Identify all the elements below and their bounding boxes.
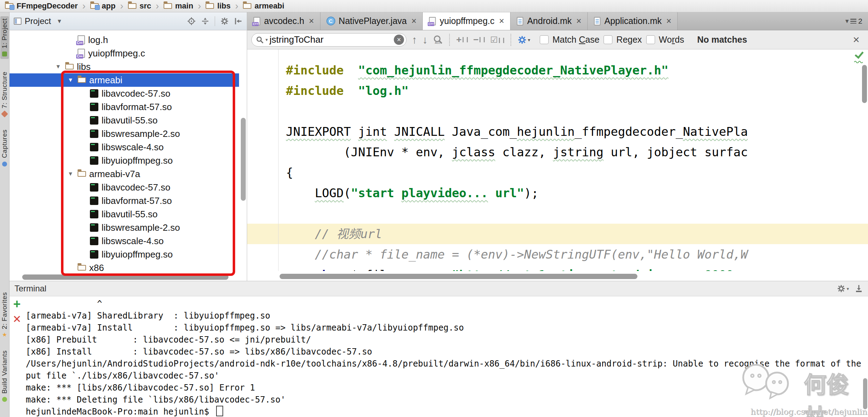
- editor-tab[interactable]: C++avcodec.h×: [247, 12, 320, 30]
- tree-item[interactable]: ▼libs: [10, 60, 239, 73]
- search-settings-button[interactable]: ▾: [518, 35, 530, 44]
- tab-label: avcodec.h: [264, 16, 304, 26]
- tree-item[interactable]: libswscale-4.so: [10, 234, 239, 248]
- close-search-button[interactable]: ×: [853, 33, 864, 46]
- terminal-header[interactable]: Terminal ▾: [10, 281, 868, 296]
- search-history-dropdown-icon[interactable]: ▾: [265, 37, 268, 42]
- terminal-prompt-line[interactable]: hejunlindeMacBook-Pro:main hejunlin$: [26, 406, 862, 417]
- folder-icon: [78, 77, 86, 83]
- terminal-line: make: *** Deleting file `libs/x86/libavc…: [26, 394, 862, 406]
- tree-item[interactable]: libavformat-57.so: [10, 194, 239, 207]
- editor-tab[interactable]: Android.mk×: [511, 12, 588, 30]
- new-session-icon[interactable]: +: [13, 299, 20, 309]
- search-query[interactable]: jstringToChar: [270, 34, 392, 45]
- tree-item[interactable]: C++yuiopffmpeg.c: [10, 47, 239, 60]
- tab-label: yuiopffmpeg.c: [440, 16, 494, 26]
- tool-window-button----structure[interactable]: 7: Structure: [1, 72, 8, 117]
- folder-icon: [78, 265, 86, 271]
- project-tree: C++log.hC++yuiopffmpeg.c▼libs▼armeabilib…: [10, 30, 247, 273]
- gear-icon[interactable]: [220, 17, 229, 25]
- tree-item[interactable]: ▼armeabi-v7a: [10, 167, 239, 181]
- folder-icon: [164, 3, 172, 9]
- vertical-scrollbar[interactable]: [241, 118, 246, 201]
- android-studio-window: FFmpegDecoder›app›src›main›libs›armeabi …: [0, 0, 868, 417]
- expand-arrow-icon[interactable]: ▼: [68, 171, 78, 177]
- find-next-button[interactable]: ↓: [422, 34, 428, 46]
- tab-list-icon: [850, 19, 856, 24]
- select-all-occurrences-button[interactable]: ☑: [490, 35, 504, 45]
- hide-panel-icon[interactable]: [234, 17, 243, 25]
- search-option-regex[interactable]: Regex: [604, 35, 642, 45]
- breadcrumb-item[interactable]: armeabi: [242, 1, 285, 11]
- clear-search-button[interactable]: ×: [394, 35, 404, 45]
- tree-item[interactable]: libavutil-55.so: [10, 207, 239, 221]
- checkbox[interactable]: [646, 35, 655, 44]
- find-previous-button[interactable]: ↑: [412, 34, 417, 46]
- tool-window-button----favorites[interactable]: 2: Favorites★: [1, 292, 8, 338]
- folder-icon: [78, 171, 86, 177]
- tree-item[interactable]: libavutil-55.so: [10, 114, 239, 127]
- editor-tab[interactable]: CNativePlayer.java×: [320, 12, 423, 30]
- tree-item[interactable]: ▼armeabi: [10, 73, 239, 87]
- close-icon[interactable]: ×: [576, 16, 582, 26]
- search-option-match-case[interactable]: Match Case: [540, 35, 599, 45]
- tree-item[interactable]: libavformat-57.so: [10, 100, 239, 114]
- tree-item[interactable]: libswresample-2.so: [10, 127, 239, 140]
- close-icon[interactable]: ×: [666, 16, 672, 26]
- terminal-body[interactable]: + ✕ ^[armeabi-v7a] SharedLibrary : libyu…: [10, 296, 868, 417]
- find-all-button[interactable]: ALL: [433, 35, 443, 45]
- terminal-output[interactable]: ^[armeabi-v7a] SharedLibrary : libyuiopf…: [26, 296, 862, 417]
- tree-item[interactable]: libswscale-4.so: [10, 140, 239, 154]
- expand-arrow-icon[interactable]: ▼: [55, 64, 65, 70]
- close-session-icon[interactable]: ✕: [12, 315, 21, 324]
- inspection-status-icon[interactable]: [854, 50, 864, 63]
- editor-tab[interactable]: Application.mk×: [588, 12, 678, 30]
- tree-item[interactable]: libavcodec-57.so: [10, 87, 239, 100]
- editor-tab[interactable]: C++yuiopffmpeg.c×: [423, 12, 511, 30]
- checkbox[interactable]: [604, 35, 612, 44]
- so-library-icon: [90, 237, 98, 245]
- tool-window-button-captures[interactable]: Captures: [1, 129, 8, 167]
- terminal-settings-button[interactable]: ▾: [837, 284, 849, 293]
- search-option-words[interactable]: Words: [646, 35, 684, 45]
- chevron-down-icon[interactable]: ▾: [58, 17, 61, 25]
- add-selection-button[interactable]: +: [456, 34, 468, 45]
- search-input[interactable]: ▾ jstringToChar ×: [251, 33, 407, 47]
- project-panel-header: Project ▾: [10, 12, 247, 30]
- collapse-all-icon[interactable]: [201, 17, 209, 25]
- tree-item-label: libyuiopffmpeg.so: [102, 249, 173, 260]
- tree-item[interactable]: libswresample-2.so: [10, 221, 239, 234]
- breadcrumb-item[interactable]: src: [127, 1, 152, 11]
- vertical-scrollbar[interactable]: [863, 378, 867, 409]
- breadcrumb-separator-icon: ›: [156, 1, 159, 12]
- tool-window-label: 2: Favorites: [1, 292, 8, 329]
- search-option-label: Words: [659, 35, 684, 45]
- code-editor[interactable]: #include "com_hejunlin_ffmpegdecoder_Nat…: [247, 49, 868, 271]
- close-icon[interactable]: ×: [499, 16, 505, 26]
- breadcrumb-item[interactable]: FFmpegDecoder: [4, 1, 79, 11]
- panel-divider[interactable]: [247, 12, 247, 281]
- tree-item[interactable]: libyuiopffmpeg.so: [10, 248, 239, 261]
- horizontal-scrollbar[interactable]: [22, 274, 228, 280]
- locate-target-icon[interactable]: [187, 17, 196, 25]
- hide-tool-window-icon[interactable]: [855, 284, 863, 293]
- checkbox[interactable]: [540, 35, 549, 44]
- hidden-tabs-dropdown[interactable]: ▾2: [845, 12, 868, 30]
- editor-tab-bar: C++avcodec.h×CNativePlayer.java×C++yuiop…: [247, 12, 868, 30]
- breadcrumb-item[interactable]: libs: [205, 1, 231, 11]
- close-icon[interactable]: ×: [411, 16, 417, 26]
- expand-arrow-icon[interactable]: ▼: [68, 77, 78, 83]
- tree-item[interactable]: x86: [10, 261, 239, 273]
- breadcrumb-item[interactable]: app: [90, 1, 116, 11]
- horizontal-scrollbar[interactable]: [280, 274, 637, 279]
- breadcrumb-item[interactable]: main: [163, 1, 194, 11]
- tool-window-button-build-variants[interactable]: Build Variants: [1, 350, 8, 402]
- tree-item[interactable]: C++log.h: [10, 33, 239, 47]
- tree-item[interactable]: libavcodec-57.so: [10, 181, 239, 194]
- close-icon[interactable]: ×: [309, 16, 314, 26]
- remove-selection-button[interactable]: −: [473, 34, 485, 45]
- tree-item[interactable]: libyuiopffmpeg.so: [10, 154, 239, 167]
- cpp-file-icon: C++: [429, 17, 436, 25]
- tool-window-button----project[interactable]: 1: Project: [0, 16, 9, 59]
- vertical-scrollbar[interactable]: [862, 65, 867, 103]
